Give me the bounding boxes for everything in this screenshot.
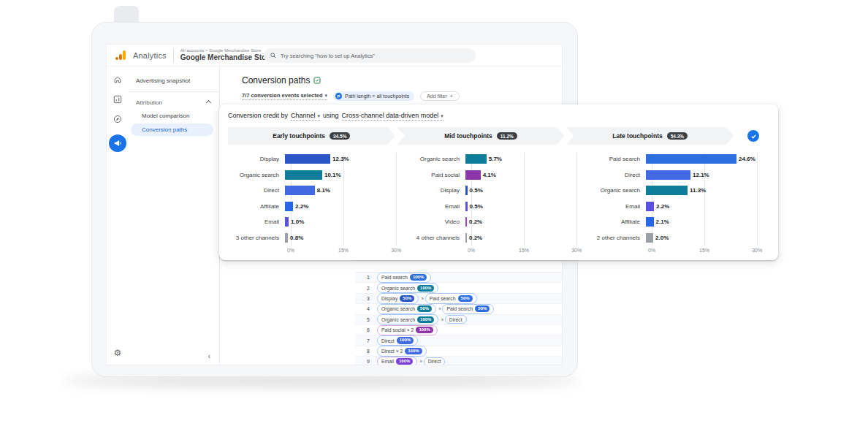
credit-bar[interactable]: [285, 170, 322, 180]
model-selector[interactable]: Cross-channel data-driven model: [342, 112, 443, 121]
admin-gear-icon[interactable]: ⚙: [113, 348, 123, 357]
card-title-prefix: Conversion credit by: [228, 112, 288, 119]
table-row: 1 Paid search 100% 18,927 $26: [355, 273, 563, 283]
explore-icon[interactable]: [113, 114, 123, 123]
nav-item-advertising-snapshot[interactable]: Advertising snapshot: [129, 74, 219, 88]
channel-label: 4 other channels: [408, 235, 465, 241]
segment-share-badge: 54.3%: [667, 132, 688, 140]
nav-group-attribution[interactable]: Attribution: [129, 96, 219, 110]
segment-early-touchpoints[interactable]: Early touchpoints 34.5%: [228, 127, 395, 145]
home-icon[interactable]: [113, 75, 123, 84]
chip-credit: 50%: [458, 295, 473, 302]
credit-value: 5.7%: [489, 156, 502, 162]
nav-item-conversion-paths[interactable]: Conversion paths: [131, 123, 213, 136]
chip-credit: 100%: [397, 337, 414, 343]
collapse-nav-icon[interactable]: ‹: [208, 352, 210, 360]
credit-value: 2.2%: [656, 203, 669, 210]
chip-credit: 100%: [417, 285, 434, 292]
chip-label: Paid search: [446, 306, 473, 311]
channel-chip[interactable]: Paid search 50%: [425, 293, 477, 303]
channel-chip[interactable]: Paid search 100%: [377, 273, 431, 283]
credit-bar[interactable]: [646, 186, 688, 195]
add-filter-button[interactable]: Add filter +: [420, 91, 460, 101]
credit-value: 2.0%: [655, 235, 669, 241]
channel-chip[interactable]: Paid search 50%: [442, 304, 494, 314]
credit-value: 12.1%: [693, 172, 709, 178]
channel-chip[interactable]: Display 50%: [377, 293, 419, 303]
credit-bar[interactable]: [646, 170, 690, 180]
channel-chip[interactable]: Direct: [424, 357, 446, 365]
segment-label: Late touchpoints: [612, 132, 662, 140]
channel-chip[interactable]: Direct: [445, 315, 467, 324]
credit-bar[interactable]: [465, 170, 481, 180]
chip-credit: 100%: [416, 327, 433, 333]
row-number: 8: [355, 349, 377, 354]
credit-bar[interactable]: [465, 154, 487, 164]
segment-share-badge: 11.2%: [497, 132, 517, 140]
table-header: 100% of total 100% o: [355, 260, 563, 273]
chip-label: Direct × 2: [381, 349, 403, 354]
segment-mid-touchpoints[interactable]: Mid touchpoints 11.2%: [397, 127, 565, 145]
credit-bar[interactable]: [465, 202, 468, 211]
credit-bar[interactable]: [646, 217, 654, 227]
analytics-logo-icon: [115, 50, 126, 60]
x-axis: 0% 15% 30%: [228, 248, 408, 256]
chart-mid-touchpoints: Organic search5.7% Paid social4.1% Displ…: [408, 151, 589, 256]
nav-item-model-comparison[interactable]: Model comparison: [129, 110, 219, 122]
channel-label: 2 other channels: [589, 235, 646, 241]
credit-bar[interactable]: [465, 233, 467, 243]
table-row: 4 Organic search 50% Paid search 50%: [355, 304, 563, 314]
credit-bar[interactable]: [646, 233, 653, 243]
nav-rail: ⚙: [107, 66, 129, 365]
credit-bar[interactable]: [285, 217, 289, 227]
path-connector-icon: [441, 316, 442, 323]
reports-icon[interactable]: [113, 94, 123, 104]
channel-label: Organic search: [228, 172, 285, 178]
credit-value: 24.6%: [739, 156, 755, 162]
conversion-check-icon: [747, 130, 759, 142]
chevron-up-icon: [206, 100, 211, 105]
channel-label: 3 other channels: [228, 235, 285, 241]
dimension-selector[interactable]: Channel: [291, 112, 320, 121]
table-row: 8 Direct × 2 100% 518 $1: [355, 346, 563, 357]
channel-chip[interactable]: Organic search 50%: [377, 304, 436, 314]
credit-bar[interactable]: [285, 186, 315, 195]
credit-bar[interactable]: [465, 217, 467, 227]
channel-chip[interactable]: Paid social × 2 100%: [377, 325, 438, 335]
search-input[interactable]: Try searching "how to set up Analytics": [264, 48, 476, 63]
credit-bar[interactable]: [285, 154, 330, 164]
segment-late-touchpoints[interactable]: Late touchpoints 54.3%: [566, 127, 734, 145]
channel-label: Organic search: [589, 187, 646, 194]
credit-bar[interactable]: [285, 233, 288, 243]
card-header: Conversion credit by Channel using Cross…: [228, 112, 769, 121]
chip-credit: 50%: [417, 305, 432, 312]
path-connector-icon: [419, 358, 421, 365]
chip-label: Organic search: [381, 317, 415, 322]
segment-conversion[interactable]: [736, 127, 769, 145]
touchpoint-band: Early touchpoints 34.5% Mid touchpoints …: [228, 127, 769, 145]
credit-bar[interactable]: [646, 154, 736, 164]
path-length-filter-chip[interactable]: P Path length = all touchpoints: [333, 91, 414, 101]
channel-chip[interactable]: Direct × 2 100%: [377, 346, 427, 356]
conversions-value: 2,525: [519, 327, 563, 333]
credit-bar[interactable]: [646, 202, 654, 211]
credit-bar[interactable]: [465, 186, 468, 195]
conversions-value: 7,285: [519, 295, 563, 302]
row-number: 7: [355, 338, 377, 343]
card-title-middle: using: [323, 112, 339, 119]
credit-value: 0.2%: [469, 218, 482, 225]
channel-chip[interactable]: Organic search 100%: [377, 314, 438, 324]
row-number: 4: [355, 306, 377, 311]
channel-chip[interactable]: Direct 100%: [377, 335, 418, 346]
chip-credit: 100%: [417, 316, 434, 323]
channel-chip[interactable]: Organic search 100%: [377, 283, 438, 293]
advertising-icon[interactable]: [109, 134, 126, 152]
app-header: Analytics All accounts > Google Merchand…: [107, 45, 562, 66]
report-status-icon[interactable]: [313, 77, 321, 84]
add-filter-label: Add filter: [427, 94, 447, 99]
credit-bar[interactable]: [285, 202, 293, 211]
conversion-events-selector[interactable]: 7/7 conversion events selected: [242, 92, 327, 100]
axis-tick: 15%: [699, 248, 709, 253]
channel-chip[interactable]: Email 100%: [377, 357, 417, 365]
table-row: 6 Paid social × 2 100% 2,525 $6: [355, 325, 563, 335]
